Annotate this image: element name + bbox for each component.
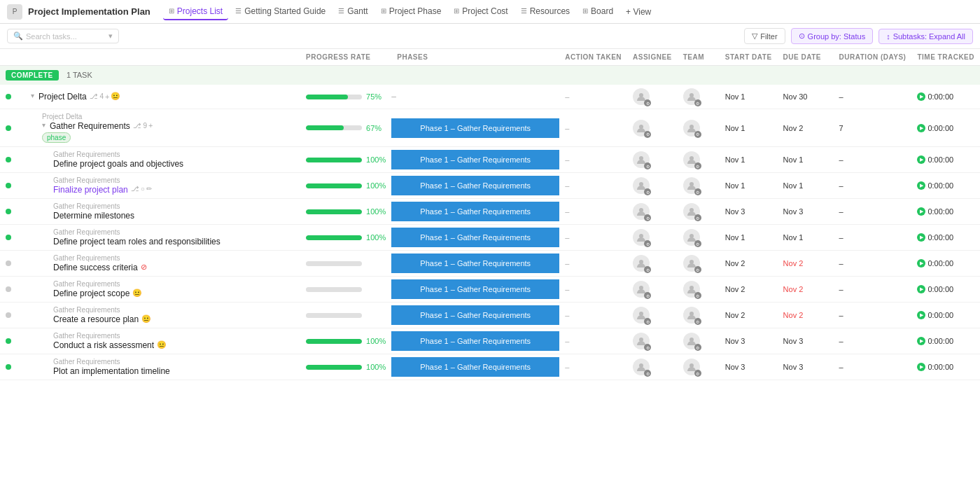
gear-icon: ⚙ [644,370,651,377]
add-view-button[interactable]: + View [620,4,657,20]
assignee-cell: ⚙ [627,173,678,199]
time-tracked-cell: ▶ 0:00:00 [911,251,980,277]
progress-bar-fill [306,158,362,162]
gear-icon: ⚙ [644,214,651,221]
toolbar: 🔍 Search tasks... ▾ ▽ Filter ⊙ Group by:… [0,24,980,49]
tab-icon-gantt: ☰ [338,7,344,15]
start-date: Nov 2 [725,285,746,293]
add-subtask-icon[interactable]: + [105,92,109,101]
action-value: – [565,285,569,293]
task-cell: Gather RequirementsDetermine milestones [20,199,300,225]
duration-value: – [839,207,844,216]
row-dot-cell [0,109,20,147]
phase-cell: Phase 1 – Gather Requirements [391,176,559,195]
due-date: Nov 2 [783,259,804,268]
time-icon: ▶ [917,181,925,190]
status-dot [6,157,11,162]
phase-td: Phase 1 – Gather Requirements [391,147,559,173]
team-cell: ⚙ [678,303,720,328]
tab-board[interactable]: ⊞ Board [577,4,619,20]
duration-value: – [839,337,844,345]
time-tracked: ▶ 0:00:00 [917,285,974,293]
progress-bar-track [306,209,362,214]
parent-label: Gather Requirements [53,280,295,288]
due-date-cell: Nov 3 [778,354,834,380]
col-header-start: START DATE [720,49,778,66]
time-tracked: ▶ 0:00:00 [917,181,974,190]
table-row: ▾Project Delta⎇ 4+😐 75% – – ⚙ ⚙ Nov 1 No… [0,85,980,109]
gear-icon: ⚙ [694,266,701,273]
table-row: Gather RequirementsDefine success criter… [0,251,980,277]
time-tracked-cell: ▶ 0:00:00 [911,303,980,328]
warning-icon: ⊘ [141,263,147,272]
expand-icon[interactable]: ▾ [31,92,34,99]
start-date-cell: Nov 1 [720,109,778,147]
gear-icon: ⚙ [694,370,701,377]
progress-pct: 100% [366,181,386,190]
tab-icon-getting-started: ☰ [235,7,241,15]
task-cell: Gather RequirementsDefine success criter… [20,251,300,277]
time-tracked: ▶ 0:00:00 [917,233,974,242]
add-subtask-icon[interactable]: + [148,121,153,130]
time-icon: ▶ [917,233,925,242]
time-value: 0:00:00 [927,233,953,242]
tab-project-phase[interactable]: ⊞ Project Phase [375,4,447,20]
tab-label-project-cost: Project Cost [462,6,507,16]
duration-value: – [839,155,844,164]
task-name[interactable]: Finalize project plan [53,185,128,195]
progress-bar-fill [306,125,344,130]
assignee-cell: ⚙ [627,303,678,328]
due-date-cell: Nov 2 [778,277,834,303]
due-date-cell: Nov 1 [778,147,834,173]
subtasks-button[interactable]: ↕ Subtasks: Expand All [878,29,973,44]
tab-project-cost[interactable]: ⊞ Project Cost [448,4,513,20]
time-value: 0:00:00 [927,124,953,132]
status-badge: COMPLETE [6,70,59,81]
col-header-task [20,49,300,66]
progress-cell: 100% [300,225,391,251]
start-date: Nov 1 [725,92,746,101]
start-date-cell: Nov 1 [720,225,778,251]
expand-icon[interactable]: ▾ [42,121,46,129]
assignee-cell: ⚙ [627,251,678,277]
time-tracked: ▶ 0:00:00 [917,124,974,132]
progress-pct: 75% [366,92,382,101]
due-date-cell: Nov 3 [778,199,834,225]
phase-td: Phase 1 – Gather Requirements [391,277,559,303]
search-box[interactable]: 🔍 Search tasks... ▾ [7,29,119,43]
subtask-icon: ⎇ [131,185,139,193]
subtask-count-icon: ⎇ 9 [133,122,147,130]
group-by-button[interactable]: ⊙ Group by: Status [791,28,874,44]
table-row: Gather RequirementsConduct a risk assess… [0,328,980,354]
phase-td: – [391,85,559,109]
time-value: 0:00:00 [927,155,953,164]
time-value: 0:00:00 [927,337,953,345]
start-date: Nov 1 [725,181,746,190]
progress-bar-track [306,287,362,292]
action-value: – [565,233,569,242]
due-date-cell: Nov 2 [778,303,834,328]
tab-gantt[interactable]: ☰ Gantt [332,4,373,20]
tab-getting-started[interactable]: ☰ Getting Started Guide [230,4,331,20]
progress-bar-track [306,125,362,130]
app-header: P Project Implementation Plan ⊞ Projects… [0,0,980,24]
due-date: Nov 30 [783,92,808,101]
task-cell: Project Delta▾Gather Requirements⎇ 9+pha… [20,109,300,147]
group-icon: ⊙ [799,32,805,41]
start-date-cell: Nov 2 [720,277,778,303]
toolbar-right: ▽ Filter ⊙ Group by: Status ↕ Subtasks: … [744,28,973,44]
duration-cell: – [834,277,912,303]
task-cell: Gather RequirementsDefine project scope😐 [20,277,300,303]
due-date-cell: Nov 2 [778,109,834,147]
table-container: PROGRESS RATE PHASES ACTION TAKEN ASSIGN… [0,49,980,493]
tab-resources[interactable]: ☰ Resources [515,4,575,20]
tab-projects-list[interactable]: ⊞ Projects List [163,4,228,20]
avatar-container: ⚙ [633,151,650,168]
action-cell: – [559,109,627,147]
filter-button[interactable]: ▽ Filter [744,28,785,44]
gear-icon: ⚙ [644,131,651,138]
edit-icon[interactable]: ✏ [146,185,152,193]
phase-cell: Phase 1 – Gather Requirements [391,118,559,138]
tab-label-projects-list: Projects List [177,6,223,16]
task-cell: Gather RequirementsConduct a risk assess… [20,328,300,354]
